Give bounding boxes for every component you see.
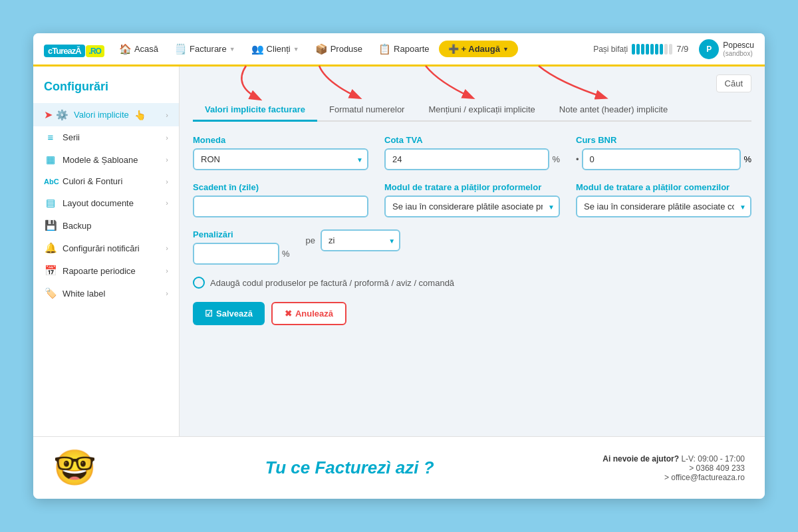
- pasi-bar-1: [632, 44, 635, 55]
- tab-formatul-numerelor[interactable]: Formatul numerelor: [317, 99, 416, 122]
- user-badge[interactable]: P Popescu (sandbox): [699, 39, 754, 59]
- nav-rapoarte-label: Rapoarte: [394, 44, 429, 54]
- curs-bnr-input[interactable]: [582, 148, 741, 170]
- pasi-bar-7: [660, 44, 663, 55]
- nav-acasa[interactable]: 🏠 Acasă: [112, 39, 165, 59]
- sidebar-item-culori-label: Culori & Fonturi: [63, 176, 122, 186]
- sidebar-item-culori-fonturi[interactable]: AbC Culori & Fonturi ›: [33, 171, 179, 192]
- form-group-curs-bnr: Curs BNR • %: [576, 135, 751, 170]
- pasi-label: Pași bifați: [593, 45, 628, 54]
- hand-pointer-icon: 👆: [134, 110, 146, 120]
- pe-select[interactable]: zi lună an: [321, 229, 400, 251]
- nav-clienti[interactable]: 👥 Clienți ▼: [245, 39, 306, 59]
- tab-valori-implicite-facturare[interactable]: Valori implicite facturare: [193, 99, 317, 122]
- sidebar-item-backup-left: 💾 Backup: [44, 219, 91, 231]
- sidebar-item-white-label-left: 🏷️ White label: [44, 287, 105, 299]
- user-info: Popescu (sandbox): [723, 41, 754, 57]
- tab-note-antet[interactable]: Note antet (header) implicite: [547, 99, 680, 122]
- sidebar-item-serii[interactable]: ≡ Serii ›: [33, 126, 179, 148]
- modul-comenzi-label: Modul de tratare a plăților comenzilor: [576, 182, 751, 192]
- modul-proforma-select-wrapper: Se iau în considerare plătile asociate p…: [384, 196, 560, 217]
- sidebar-item-notificari-left: 🔔 Configurări notificări: [44, 242, 140, 254]
- cancel-button-label: Anulează: [295, 309, 333, 319]
- layout-icon: ▤: [44, 197, 57, 209]
- sidebar-item-culori-left: AbC Culori & Fonturi: [44, 176, 122, 186]
- reports-icon: 📋: [378, 43, 391, 55]
- cancel-x-icon: ✖: [285, 309, 292, 319]
- clients-icon: 👥: [251, 43, 264, 55]
- scadent-input[interactable]: [193, 196, 368, 217]
- invoice-icon: 🗒️: [174, 43, 187, 55]
- penalizari-label: Penalizări: [193, 229, 290, 239]
- white-label-icon: 🏷️: [44, 287, 57, 299]
- moneda-select[interactable]: RON EUR USD: [193, 148, 368, 170]
- pe-group-container: pe zi lună an: [306, 229, 400, 251]
- sidebar-item-white-label[interactable]: 🏷️ White label ›: [33, 282, 179, 305]
- sidebar-item-notificari[interactable]: 🔔 Configurări notificări ›: [33, 237, 179, 259]
- curs-bnr-label: Curs BNR: [576, 135, 751, 145]
- modul-proforma-select[interactable]: Se iau în considerare plătile asociate p…: [384, 196, 560, 217]
- culori-icon: AbC: [44, 178, 57, 186]
- white-label-chevron-icon: ›: [166, 289, 168, 297]
- moneda-select-wrapper: RON EUR USD: [193, 148, 368, 170]
- footer-tagline: Tu ce Facturezì azi ?: [265, 458, 434, 477]
- checkbox-row: Adaugă codul produselor pe factură / pro…: [193, 277, 751, 289]
- add-icon: ➕: [448, 44, 459, 54]
- sidebar-item-modele-label: Modele & Șabloane: [63, 155, 138, 165]
- pasi-bar-8: [664, 44, 668, 55]
- penalizari-suffix: %: [282, 249, 290, 259]
- products-icon: 📦: [315, 43, 328, 55]
- rapoarte-icon: 📅: [44, 265, 57, 277]
- penalizari-input[interactable]: [193, 243, 279, 265]
- sidebar-item-layout[interactable]: ▤ Layout documente ›: [33, 192, 179, 214]
- save-check-icon: ☑: [205, 309, 213, 319]
- nav-facturare-label: Facturare: [190, 44, 227, 54]
- nav-facturare[interactable]: 🗒️ Facturare ▼: [168, 39, 242, 59]
- sidebar-item-valori-implicite[interactable]: ➤ ⚙️ Valori implicite 👆 ›: [33, 103, 179, 126]
- content-header: Căut: [180, 66, 765, 92]
- layout-chevron-icon: ›: [166, 199, 168, 207]
- cota-tva-input[interactable]: [384, 148, 549, 170]
- notificari-icon: 🔔: [44, 242, 57, 254]
- top-navigation: cTureazĂ.RO 🏠 Acasă 🗒️ Facturare ▼ 👥 Cli…: [33, 33, 765, 66]
- footer-mascot: 🤓: [53, 448, 96, 488]
- sidebar-item-layout-left: ▤ Layout documente: [44, 197, 134, 209]
- main-content: Configurări ➤ ⚙️ Valori implicite 👆 › ≡ …: [33, 66, 765, 436]
- tab-mentiuni-explicatii[interactable]: Mențiuni / explicații implicite: [416, 99, 547, 122]
- cancel-button[interactable]: ✖ Anulează: [271, 302, 346, 325]
- tabs-container: Valori implicite facturare Formatul nume…: [180, 92, 765, 122]
- form-group-modul-proforma: Modul de tratare a plăților proformelor …: [384, 182, 560, 217]
- curs-bnr-prefix: •: [576, 154, 579, 164]
- nav-produse[interactable]: 📦 Produse: [309, 39, 369, 59]
- search-button[interactable]: Căut: [716, 74, 751, 92]
- nav-produse-label: Produse: [331, 44, 362, 54]
- checkbox-cod-produse[interactable]: [193, 277, 205, 289]
- add-chevron-icon: ▼: [503, 46, 509, 53]
- save-button[interactable]: ☑ Salvează: [193, 302, 265, 325]
- sidebar-item-backup-label: Backup: [63, 221, 91, 231]
- moneda-label: Moneda: [193, 135, 368, 145]
- nav-rapoarte[interactable]: 📋 Rapoarte: [372, 39, 436, 59]
- valori-chevron-icon: ›: [166, 111, 168, 119]
- sidebar-item-rapoarte-periodice[interactable]: 📅 Rapoarte periodice ›: [33, 259, 179, 282]
- curs-bnr-input-group: • %: [576, 148, 751, 170]
- footer-banner: 🤓 Tu ce Facturezì azi ? Ai nevoie de aju…: [33, 436, 765, 499]
- sidebar-arrow-icon: ➤: [44, 108, 53, 121]
- sidebar-item-valori-implicite-label: Valori implicite: [74, 110, 129, 120]
- checkbox-cod-produse-label: Adaugă codul produselor pe factură / pro…: [210, 278, 454, 288]
- pe-select-wrapper: zi lună an: [321, 229, 400, 251]
- sidebar-item-serii-left: ≡ Serii: [44, 132, 80, 143]
- sidebar-item-white-label-label: White label: [63, 289, 105, 299]
- serii-icon: ≡: [44, 132, 57, 143]
- curs-bnr-suffix: %: [743, 154, 751, 164]
- add-button[interactable]: ➕ + Adaugă ▼: [439, 41, 518, 57]
- footer-phone: > 0368 409 233: [602, 464, 745, 473]
- modul-comenzi-select[interactable]: Se iau în considerare plătile asociate c…: [576, 196, 751, 217]
- content-area: Căut: [180, 66, 765, 436]
- nav-clienti-label: Clienți: [267, 44, 291, 54]
- sidebar-item-backup[interactable]: 💾 Backup: [33, 214, 179, 237]
- sidebar-item-modele-sabloane[interactable]: ▦ Modele & Șabloane ›: [33, 148, 179, 171]
- footer-email: > office@factureaza.ro: [602, 473, 745, 482]
- pasi-bar-9: [669, 44, 672, 55]
- clienti-chevron-icon: ▼: [293, 46, 299, 53]
